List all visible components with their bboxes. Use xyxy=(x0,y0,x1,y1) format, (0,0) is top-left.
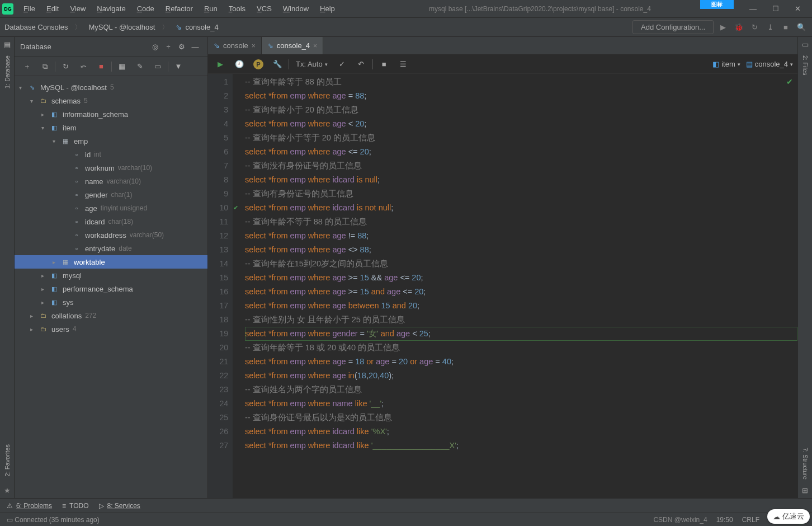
rollback-icon[interactable]: ⤺ xyxy=(75,59,91,74)
column-gender[interactable]: ▫genderchar(1) xyxy=(15,188,207,201)
code-line[interactable]: -- 查询性别为 女 且年龄小于 25 的员工信息 xyxy=(245,313,797,327)
code-line[interactable]: select *from emp where idcard is not nul… xyxy=(245,201,797,215)
filter-icon[interactable]: ▼ xyxy=(171,59,186,74)
code-line[interactable]: -- 查询有身份证号的员工信息 xyxy=(245,187,797,201)
stop-icon[interactable]: ■ xyxy=(780,21,792,34)
column-worknum[interactable]: ▫worknumvarchar(10) xyxy=(15,161,207,175)
session-selector[interactable]: ▤console_4 ▾ xyxy=(746,60,793,68)
rerun-icon[interactable]: ↻ xyxy=(748,21,761,34)
code-line[interactable]: select *from emp where age = 88; xyxy=(245,89,797,103)
gear-icon[interactable]: ⚙ xyxy=(175,40,188,54)
structure-tool-icon[interactable]: ⊞ xyxy=(802,486,808,495)
code-content[interactable]: -- 查询年龄等于 88 的员工select *from emp where a… xyxy=(233,74,797,498)
database-tool-icon[interactable]: ▤ xyxy=(4,40,11,49)
format-icon[interactable]: ☰ xyxy=(395,57,411,72)
menu-run[interactable]: Run xyxy=(200,3,222,15)
collapse-icon[interactable]: — xyxy=(188,40,202,54)
table-icon[interactable]: ▦ xyxy=(114,59,130,74)
line-separator[interactable]: CRLF xyxy=(742,516,759,524)
problems-button[interactable]: ⚠ 6: Problems xyxy=(7,502,52,510)
code-line[interactable]: -- 查询年龄等于 18 或 20 或40 的员工信息 xyxy=(245,341,797,355)
console-icon[interactable]: ▭ xyxy=(150,59,166,74)
favorites-tool-label[interactable]: 2: Favorites xyxy=(4,442,11,478)
tab-console_4[interactable]: ⇘console_4× xyxy=(262,37,323,54)
cancel-icon[interactable]: ■ xyxy=(376,57,392,72)
code-line[interactable]: select *from emp where age = 18 or age =… xyxy=(245,355,797,369)
menu-window[interactable]: Window xyxy=(278,3,313,15)
menu-tools[interactable]: Tools xyxy=(224,3,250,15)
code-line[interactable]: -- 查询年龄在15到20岁之间的员工信息 xyxy=(245,257,797,271)
split-icon[interactable]: ÷ xyxy=(162,40,175,54)
add-icon[interactable]: ＋ xyxy=(19,59,35,74)
edit-icon[interactable]: ✎ xyxy=(132,59,148,74)
code-line[interactable]: -- 查询年龄等于 88 的员工 xyxy=(245,75,797,89)
refresh-icon[interactable]: ↻ xyxy=(58,59,73,74)
execute-icon[interactable]: ▶ xyxy=(213,57,228,72)
history-icon[interactable]: 🕘 xyxy=(232,57,247,72)
maximize-icon[interactable]: ☐ xyxy=(768,3,783,14)
code-line[interactable]: select *from emp where age >= 15 && age … xyxy=(245,271,797,285)
wrench-icon[interactable]: 🔧 xyxy=(270,57,285,72)
table-worktable[interactable]: ▸▦worktable xyxy=(15,255,207,269)
code-line[interactable]: select *from emp where gender = '女' and … xyxy=(245,327,797,341)
code-line[interactable]: select *from emp where age in(18,20,40); xyxy=(245,369,797,383)
close-tab-icon[interactable]: × xyxy=(252,42,256,50)
menu-help[interactable]: Help xyxy=(315,3,339,15)
close-tab-icon[interactable]: × xyxy=(313,42,317,50)
schema[interactable]: ▸◧performance_schema xyxy=(15,282,207,295)
menu-vcs[interactable]: VCS xyxy=(252,3,276,15)
column-id[interactable]: ▫idint xyxy=(15,148,207,161)
collations-folder[interactable]: ▸🗀collations272 xyxy=(15,309,207,322)
favorites-icon[interactable]: ★ xyxy=(4,486,11,495)
target-icon[interactable]: ◎ xyxy=(148,40,162,54)
files-tool-icon[interactable]: ▭ xyxy=(802,40,809,49)
code-line[interactable]: -- 查询年龄小于等于 20 的员工信息 xyxy=(245,131,797,145)
menu-view[interactable]: View xyxy=(65,3,90,15)
structure-tool-label[interactable]: 7: Structure xyxy=(802,445,809,482)
tab-console[interactable]: ⇘console× xyxy=(208,37,262,54)
table-emp[interactable]: ▾▦emp xyxy=(15,134,207,148)
breadcrumb-item[interactable]: console_4 xyxy=(185,23,218,31)
code-line[interactable]: -- 查询没有身份证号的员工信息 xyxy=(245,159,797,173)
breadcrumb-item[interactable]: MySQL - @localhost xyxy=(88,23,155,31)
minimize-icon[interactable]: — xyxy=(745,3,761,14)
copy-icon[interactable]: ⧉ xyxy=(37,59,53,74)
column-name[interactable]: ▫namevarchar(10) xyxy=(15,175,207,188)
menu-edit[interactable]: Edit xyxy=(42,3,63,15)
code-line[interactable]: select *from emp where age <> 88; xyxy=(245,243,797,257)
code-line[interactable]: select *from emp where idcard like '____… xyxy=(245,439,797,453)
search-icon[interactable]: 🔍 xyxy=(795,21,808,34)
rollback-icon[interactable]: ↶ xyxy=(353,57,369,72)
close-icon[interactable]: ✕ xyxy=(790,3,805,14)
code-line[interactable]: select *from emp where idcard like '%X'; xyxy=(245,425,797,439)
code-line[interactable]: select *from emp where age < 20; xyxy=(245,117,797,131)
database-tool-label[interactable]: 1: Database xyxy=(4,53,11,91)
schema[interactable]: ▸◧mysql xyxy=(15,269,207,282)
menu-code[interactable]: Code xyxy=(133,3,159,15)
database-tree[interactable]: ▾⇘MySQL - @localhost5▾🗀schemas5▸◧informa… xyxy=(15,78,207,498)
add-configuration-button[interactable]: Add Configuration... xyxy=(632,20,714,34)
column-idcard[interactable]: ▫idcardchar(18) xyxy=(15,215,207,228)
code-line[interactable]: select *from emp where age <= 20; xyxy=(245,145,797,159)
code-line[interactable]: select *from emp where age >= 15 and age… xyxy=(245,285,797,299)
cursor-position[interactable]: 19:50 xyxy=(716,516,733,524)
schema[interactable]: ▸◧information_schema xyxy=(15,107,207,121)
breadcrumb-item[interactable]: Database Consoles xyxy=(4,23,68,31)
services-button[interactable]: ▷ 8: Services xyxy=(99,502,140,510)
menu-refactor[interactable]: Refactor xyxy=(161,3,197,15)
files-tool-label[interactable]: 2: Files xyxy=(802,53,809,77)
users-folder[interactable]: ▸🗀users4 xyxy=(15,322,207,336)
explain-icon[interactable]: P xyxy=(251,57,266,72)
stop-icon[interactable]: ■ xyxy=(93,59,109,74)
schemas-folder[interactable]: ▾🗀schemas5 xyxy=(15,94,207,107)
code-line[interactable]: select *from emp where name like '__'; xyxy=(245,397,797,411)
code-line[interactable]: -- 查询年龄不等于 88 的员工信息 xyxy=(245,215,797,229)
code-line[interactable]: select *from emp where age between 15 an… xyxy=(245,299,797,313)
todo-button[interactable]: ≡ TODO xyxy=(62,502,88,510)
menu-navigate[interactable]: Navigate xyxy=(92,3,130,15)
column-workaddress[interactable]: ▫workaddressvarchar(50) xyxy=(15,228,207,242)
menu-file[interactable]: File xyxy=(19,3,40,15)
commit-icon[interactable]: ✓ xyxy=(334,57,350,72)
code-line[interactable]: select *from emp where idcard is null; xyxy=(245,173,797,187)
run-icon[interactable]: ▶ xyxy=(717,21,729,34)
